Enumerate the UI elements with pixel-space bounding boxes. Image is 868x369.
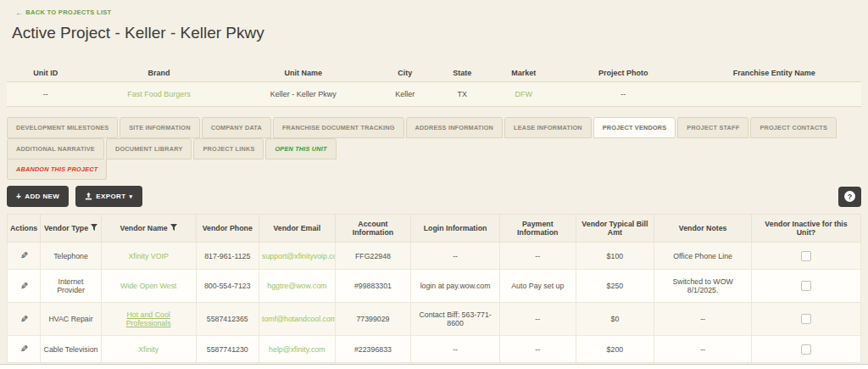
notes-cell: Switched to WOW 8/1/2025. [654, 270, 752, 303]
unit-summary-table: Unit ID Brand Unit Name City State Marke… [7, 64, 861, 107]
login-cell: -- [411, 243, 500, 270]
vendor-phone-cell: 5587741230 [196, 336, 259, 363]
help-button[interactable]: ? [838, 187, 861, 207]
question-mark-icon: ? [844, 191, 855, 202]
vendor-type-cell: Internet Provider [41, 270, 101, 303]
tab-project-staff[interactable]: PROJECT STAFF [677, 117, 748, 138]
state-value: TX [437, 82, 487, 107]
vendor-email-link[interactable]: help@xfinity.com [269, 345, 325, 354]
tab-document-library[interactable]: DOCUMENT LIBRARY [106, 138, 192, 159]
tab-project-contacts[interactable]: PROJECT CONTACTS [750, 117, 837, 138]
vendor-phone-cell: 5587412365 [196, 303, 259, 336]
unit-header-state: State [437, 64, 487, 82]
payment-cell: -- [499, 243, 576, 270]
tab-company-data[interactable]: COMPANY DATA [202, 117, 271, 138]
payment-cell: -- [499, 303, 576, 336]
header-vendor-email: Vendor Email [259, 215, 336, 243]
vendor-type-cell: Cable Television [41, 336, 101, 363]
unit-header-brand: Brand [85, 64, 233, 82]
export-label: EXPORT [96, 193, 125, 200]
tab-bar-second-row: ABANDON THIS PROJECT [7, 159, 861, 180]
vendor-name-link[interactable]: Xfinity [138, 345, 159, 354]
vendor-email-link[interactable]: tomf@hotandcool.com [262, 315, 335, 323]
header-login-information: Login Information [411, 215, 500, 243]
vendor-email-link[interactable]: support@xfinityvoip.com [262, 252, 335, 260]
vendor-inactive-checkbox[interactable] [801, 281, 811, 291]
unit-header-unit-name: Unit Name [233, 64, 373, 82]
market-link[interactable]: DFW [515, 90, 533, 98]
back-to-projects-link[interactable]: ← BACK TO PROJECTS LIST [15, 8, 111, 16]
vendors-table: Actions Vendor Type Vendor Name Vendor P… [7, 214, 861, 363]
vendor-name-label: Vendor Name [120, 224, 168, 232]
table-row: ✎ Cable Television Xfinity 5587741230 he… [8, 336, 861, 363]
vendor-inactive-checkbox[interactable] [801, 251, 811, 261]
vendor-inactive-checkbox[interactable] [801, 344, 811, 355]
unit-header-project-photo: Project Photo [559, 64, 687, 82]
notes-cell: Office Phone Line [654, 243, 752, 270]
unit-table-row: -- Fast Food Burgers Keller - Keller Pkw… [7, 82, 861, 107]
back-arrow-icon: ← [15, 9, 24, 15]
vendor-type-cell: Telephone [41, 243, 101, 270]
login-cell: -- [411, 336, 500, 363]
payment-cell: Auto Pay set up [499, 270, 576, 303]
tab-additional-narrative[interactable]: ADDITIONAL NARRATIVE [7, 138, 104, 159]
account-cell: 77399029 [335, 303, 411, 336]
filter-icon[interactable] [91, 224, 97, 232]
add-new-button[interactable]: + ADD NEW [7, 186, 69, 207]
tab-address-information[interactable]: ADDRESS INFORMATION [406, 117, 503, 138]
notes-cell: -- [654, 336, 752, 363]
filter-icon[interactable] [170, 224, 177, 232]
notes-cell: -- [654, 303, 752, 336]
header-vendor-phone: Vendor Phone [196, 215, 259, 243]
brand-link[interactable]: Fast Food Burgers [127, 90, 191, 98]
tab-abandon-this-project[interactable]: ABANDON THIS PROJECT [7, 159, 107, 180]
page-container: ← BACK TO PROJECTS LIST Active Project -… [0, 0, 868, 365]
header-vendor-type: Vendor Type [41, 215, 101, 243]
tab-site-information[interactable]: SITE INFORMATION [120, 117, 199, 138]
tab-bar: DEVELOPMENT MILESTONES SITE INFORMATION … [7, 117, 861, 159]
vendor-email-link[interactable]: hggtre@wow.com [267, 282, 326, 290]
toolbar: + ADD NEW EXPORT ▾ ? [7, 186, 861, 207]
edit-pencil-icon[interactable]: ✎ [20, 281, 28, 292]
export-button[interactable]: EXPORT ▾ [75, 186, 142, 207]
add-new-label: ADD NEW [25, 193, 59, 200]
unit-table-header-row: Unit ID Brand Unit Name City State Marke… [7, 64, 861, 82]
tab-franchise-document-tracking[interactable]: FRANCHISE DOCUMENT TRACKING [273, 117, 404, 138]
tab-open-this-unit[interactable]: OPEN THIS UNIT [265, 138, 336, 159]
city-value: Keller [373, 82, 437, 107]
bill-amt-cell: $200 [576, 336, 654, 363]
login-cell: login at pay.wow.com [411, 270, 500, 303]
franchise-entity-value [687, 82, 861, 107]
header-actions: Actions [8, 215, 41, 243]
unit-header-market: Market [487, 64, 559, 82]
payment-cell: -- [499, 336, 576, 363]
unit-header-city: City [373, 64, 437, 82]
header-vendor-typical-bill-amt: Vendor Typical Bill Amt [576, 215, 654, 243]
account-cell: #99883301 [335, 270, 411, 303]
account-cell: FFG22948 [335, 243, 411, 270]
tab-project-links[interactable]: PROJECT LINKS [193, 138, 264, 159]
page-title: Active Project - Keller - Keller Pkwy [12, 24, 868, 42]
edit-pencil-icon[interactable]: ✎ [20, 250, 28, 261]
vendor-name-link[interactable]: Wide Open West [120, 282, 176, 290]
vendor-type-cell: HVAC Repair [41, 303, 101, 336]
project-photo-value: -- [559, 82, 687, 107]
edit-pencil-icon[interactable]: ✎ [20, 314, 28, 325]
tab-lease-information[interactable]: LEASE INFORMATION [504, 117, 592, 138]
unit-header-franchise-entity: Franchise Entity Name [687, 64, 861, 82]
chevron-down-icon: ▾ [130, 193, 133, 200]
vendor-inactive-checkbox[interactable] [801, 314, 811, 324]
table-row: ✎ HVAC Repair Hot and Cool Professionals… [8, 303, 861, 336]
unit-header-unit-id: Unit ID [7, 64, 85, 82]
vendor-name-link[interactable]: Hot and Cool Professionals [126, 310, 171, 327]
header-vendor-name: Vendor Name [101, 215, 196, 243]
tab-project-vendors[interactable]: PROJECT VENDORS [593, 117, 676, 138]
edit-pencil-icon[interactable]: ✎ [20, 344, 28, 355]
tab-development-milestones[interactable]: DEVELOPMENT MILESTONES [7, 117, 118, 138]
header-vendor-inactive: Vendor Inactive for this Unit? [752, 215, 861, 243]
bill-amt-cell: $250 [576, 270, 654, 303]
vendor-type-label: Vendor Type [44, 224, 88, 232]
table-row: ✎ Internet Provider Wide Open West 800-5… [8, 270, 861, 303]
vendor-name-link[interactable]: Xfinity VOIP [128, 252, 168, 260]
bill-amt-cell: $100 [576, 243, 654, 270]
